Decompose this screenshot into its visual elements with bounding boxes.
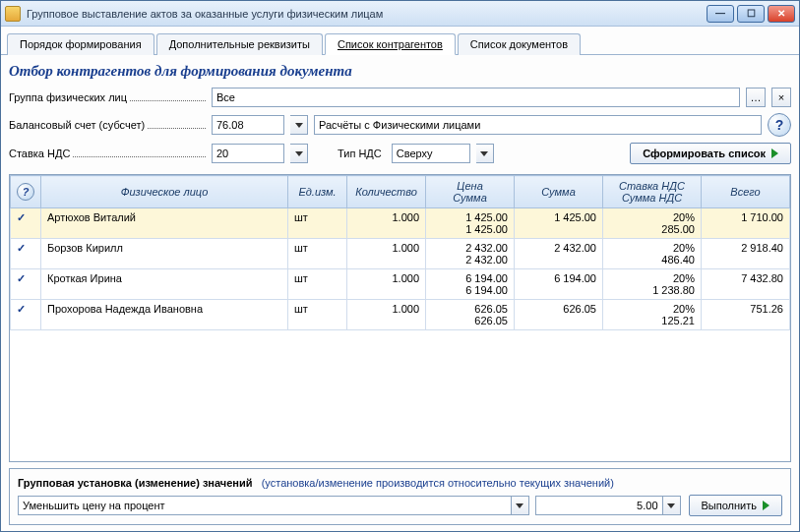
table-header-row: ? Физическое лицо Ед.изм. Количество Цен… <box>11 176 790 208</box>
play-icon <box>763 501 769 510</box>
table-row[interactable]: ✓Кроткая Иринашт1.0006 194.006 194.006 1… <box>11 269 790 300</box>
vat-rate-dropdown[interactable] <box>290 144 308 163</box>
col-qty[interactable]: Количество <box>347 176 426 208</box>
tabstrip: Порядок формирования Дополнительные рекв… <box>1 27 799 55</box>
vat-cell[interactable]: 20%125.21 <box>603 300 702 330</box>
col-vat[interactable]: Ставка НДССумма НДС <box>603 176 702 208</box>
tab-additional[interactable]: Дополнительные реквизиты <box>156 33 323 55</box>
build-list-button[interactable]: Сформировать список <box>630 143 791 164</box>
name-cell[interactable]: Кроткая Ирина <box>41 269 288 300</box>
check-icon: ✓ <box>17 242 26 254</box>
col-name[interactable]: Физическое лицо <box>41 176 288 208</box>
price-cell[interactable]: 6 194.006 194.00 <box>426 269 515 300</box>
tab-order[interactable]: Порядок формирования <box>7 33 154 55</box>
panel: Отбор контрагентов для формирования доку… <box>1 55 799 531</box>
total-cell[interactable]: 2 918.40 <box>702 239 790 269</box>
group-select-button[interactable]: … <box>746 88 766 107</box>
tab-counterparties[interactable]: Список контрагентов <box>325 33 456 55</box>
price-cell[interactable]: 626.05626.05 <box>426 300 515 330</box>
tab-documents[interactable]: Список документов <box>458 33 581 55</box>
check-cell[interactable]: ✓ <box>11 239 41 269</box>
unit-cell[interactable]: шт <box>288 239 347 269</box>
value-input[interactable]: 5.00 <box>535 496 663 515</box>
group-clear-button[interactable]: × <box>771 88 791 107</box>
group-label: Группа физических лиц <box>9 91 206 103</box>
col-total[interactable]: Всего <box>702 176 790 208</box>
row-account: Балансовый счет (субсчет) 76.08 Расчёты … <box>9 113 791 137</box>
value-dropdown[interactable] <box>663 496 681 515</box>
check-icon: ✓ <box>17 211 26 223</box>
check-icon: ✓ <box>17 272 26 284</box>
group-edit-title: Групповая установка (изменение) значений… <box>18 477 782 489</box>
window-buttons: — ☐ ✕ <box>707 5 795 23</box>
col-help[interactable]: ? <box>11 176 41 208</box>
total-cell[interactable]: 751.26 <box>702 300 790 330</box>
counterparty-table[interactable]: ? Физическое лицо Ед.изм. Количество Цен… <box>9 174 791 462</box>
unit-cell[interactable]: шт <box>288 300 347 330</box>
help-button-account[interactable]: ? <box>768 113 791 137</box>
account-input[interactable]: 76.08 <box>212 115 284 135</box>
mode-input[interactable]: Уменьшить цену на процент <box>18 496 512 515</box>
col-sum[interactable]: Сумма <box>515 176 603 208</box>
sum-cell[interactable]: 1 425.00 <box>515 208 603 239</box>
qty-cell[interactable]: 1.000 <box>347 239 426 269</box>
minimize-button[interactable]: — <box>707 5 734 23</box>
help-icon[interactable]: ? <box>17 183 34 201</box>
account-label: Балансовый счет (субсчет) <box>9 119 206 131</box>
titlebar: Групповое выставление актов за оказанные… <box>1 1 799 27</box>
vat-type-label: Тип НДС <box>338 148 382 159</box>
group-edit-panel: Групповая установка (изменение) значений… <box>9 468 791 525</box>
price-cell[interactable]: 2 432.002 432.00 <box>426 239 515 269</box>
col-price[interactable]: ЦенаСумма <box>426 176 515 208</box>
table-row[interactable]: ✓Прохорова Надежда Ивановнашт1.000626.05… <box>11 300 790 330</box>
name-cell[interactable]: Прохорова Надежда Ивановна <box>41 300 288 330</box>
check-cell[interactable]: ✓ <box>11 300 41 330</box>
window-title: Групповое выставление актов за оказанные… <box>27 8 707 20</box>
window: Групповое выставление актов за оказанные… <box>0 0 800 532</box>
mode-dropdown[interactable] <box>512 496 529 515</box>
sum-cell[interactable]: 2 432.00 <box>515 239 603 269</box>
name-cell[interactable]: Артюхов Виталий <box>41 208 288 239</box>
vat-rate-input[interactable]: 20 <box>212 144 284 163</box>
qty-cell[interactable]: 1.000 <box>347 208 426 239</box>
row-group: Группа физических лиц Все … × <box>9 88 791 107</box>
section-title: Отбор контрагентов для формирования доку… <box>9 63 791 80</box>
vat-type-input[interactable]: Сверху <box>392 144 470 163</box>
price-cell[interactable]: 1 425.001 425.00 <box>426 208 515 239</box>
col-unit[interactable]: Ед.изм. <box>288 176 347 208</box>
unit-cell[interactable]: шт <box>288 208 347 239</box>
vat-cell[interactable]: 20%486.40 <box>603 239 702 269</box>
vat-type-dropdown[interactable] <box>476 144 494 163</box>
total-cell[interactable]: 7 432.80 <box>702 269 790 300</box>
execute-button[interactable]: Выполнить <box>689 495 782 516</box>
qty-cell[interactable]: 1.000 <box>347 300 426 330</box>
account-dropdown[interactable] <box>290 115 308 135</box>
group-input[interactable]: Все <box>212 88 740 107</box>
name-cell[interactable]: Борзов Кирилл <box>41 239 288 269</box>
table-row[interactable]: ✓Артюхов Виталийшт1.0001 425.001 425.001… <box>11 208 790 239</box>
vat-cell[interactable]: 20%285.00 <box>603 208 702 239</box>
check-cell[interactable]: ✓ <box>11 208 41 239</box>
unit-cell[interactable]: шт <box>288 269 347 300</box>
vat-rate-label: Ставка НДС <box>9 148 206 159</box>
check-cell[interactable]: ✓ <box>11 269 41 300</box>
app-icon <box>5 6 21 22</box>
sum-cell[interactable]: 626.05 <box>515 300 603 330</box>
close-button[interactable]: ✕ <box>768 5 795 23</box>
play-icon <box>771 148 778 158</box>
qty-cell[interactable]: 1.000 <box>347 269 426 300</box>
row-vat: Ставка НДС 20 Тип НДС Сверху Сформироват… <box>9 143 791 164</box>
table-row[interactable]: ✓Борзов Кириллшт1.0002 432.002 432.002 4… <box>11 239 790 269</box>
maximize-button[interactable]: ☐ <box>737 5 765 23</box>
account-desc: Расчёты с Физическими лицами <box>314 115 762 135</box>
check-icon: ✓ <box>17 303 26 315</box>
sum-cell[interactable]: 6 194.00 <box>515 269 603 300</box>
total-cell[interactable]: 1 710.00 <box>702 208 790 239</box>
vat-cell[interactable]: 20%1 238.80 <box>603 269 702 300</box>
